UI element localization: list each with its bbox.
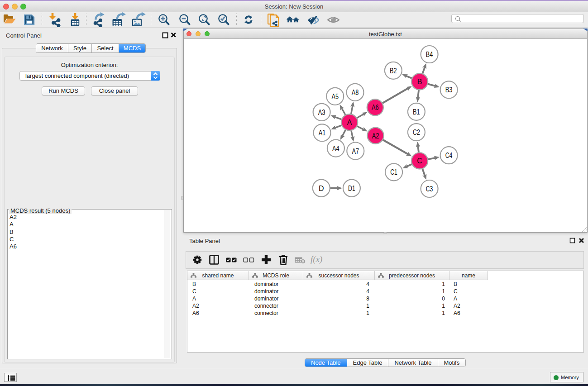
svg-text:D: D [319, 185, 324, 192]
svg-text:A8: A8 [352, 89, 359, 96]
svg-text:A7: A7 [352, 148, 359, 155]
svg-text:D1: D1 [348, 185, 355, 192]
svg-text:C4: C4 [445, 152, 453, 159]
svg-text:C2: C2 [413, 129, 420, 136]
svg-text:B3: B3 [445, 86, 453, 94]
svg-text:A4: A4 [332, 145, 339, 152]
svg-text:C1: C1 [390, 168, 397, 176]
svg-text:B4: B4 [426, 51, 433, 58]
svg-text:A: A [347, 119, 352, 126]
svg-text:A2: A2 [372, 132, 379, 140]
svg-text:A6: A6 [372, 104, 379, 111]
svg-text:B2: B2 [390, 67, 397, 75]
svg-text:A1: A1 [319, 129, 326, 137]
svg-text:B1: B1 [413, 108, 420, 116]
svg-text:C3: C3 [426, 185, 433, 193]
svg-text:B: B [417, 78, 422, 86]
svg-text:C: C [417, 157, 422, 165]
svg-text:A5: A5 [331, 93, 339, 100]
svg-text:A3: A3 [318, 109, 325, 116]
